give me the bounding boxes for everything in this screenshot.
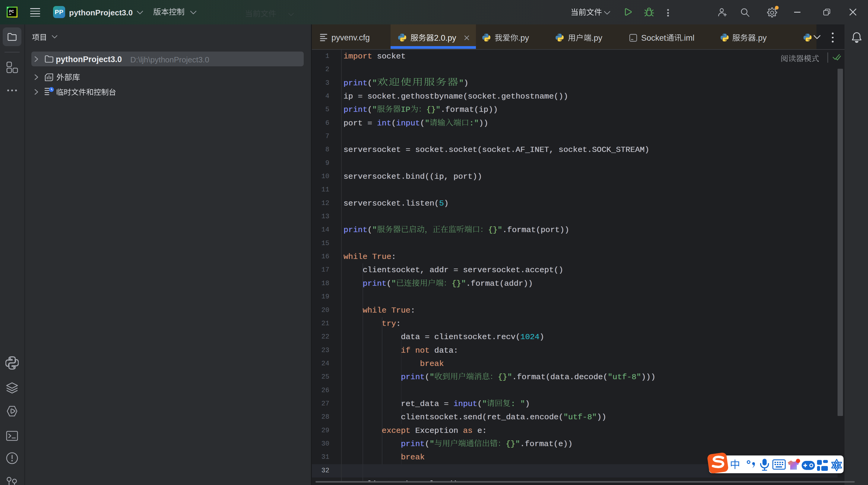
svg-text:PC: PC xyxy=(9,9,14,13)
